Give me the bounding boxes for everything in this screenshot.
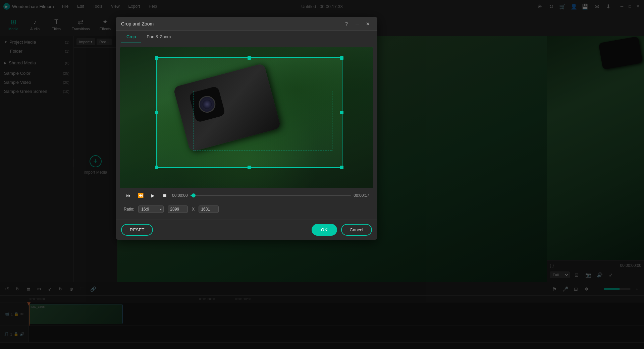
ratio-select[interactable]: 16:9 4:3 1:1 9:16 Custom — [138, 206, 164, 213]
reset-button[interactable]: RESET — [121, 224, 153, 236]
total-time: 00:00:17 — [354, 193, 369, 198]
width-input[interactable] — [168, 206, 188, 213]
modal-title: Crop and Zoom — [121, 21, 342, 26]
crop-handle-bottom-right[interactable] — [340, 166, 343, 169]
crop-dashed-inner — [194, 91, 332, 151]
tab-crop[interactable]: Crop — [121, 31, 141, 43]
height-input[interactable] — [199, 206, 219, 213]
modal-help-button[interactable]: ? — [342, 20, 351, 28]
modal-video-preview — [120, 47, 373, 188]
ok-button[interactable]: OK — [312, 224, 337, 236]
crop-handle-bottom-left[interactable] — [155, 166, 158, 169]
play-button[interactable]: ▶ — [148, 191, 157, 200]
ratio-label: Ratio: — [124, 207, 134, 212]
crop-handle-top-mid[interactable] — [248, 56, 251, 60]
crop-handle-mid-right[interactable] — [340, 111, 343, 114]
modal-actions-right: OK Cancel — [312, 224, 372, 236]
modal-actions: RESET OK Cancel — [116, 220, 377, 240]
cancel-button[interactable]: Cancel — [341, 224, 372, 236]
playback-bar: ⏮ ⏪ ▶ ⏹ 00:00:00 00:00:17 — [120, 188, 373, 203]
modal-body: ⏮ ⏪ ▶ ⏹ 00:00:00 00:00:17 Ratio: 16:9 4:… — [116, 43, 377, 220]
skip-back-button[interactable]: ⏮ — [124, 191, 133, 200]
crop-handle-mid-left[interactable] — [155, 111, 158, 114]
crop-overlay[interactable] — [156, 57, 342, 168]
modal-minimize-button[interactable]: ─ — [353, 20, 361, 28]
crop-zoom-modal: Crop and Zoom ? ─ ✕ Crop Pan & Zoom — [116, 17, 377, 240]
tab-pan-zoom[interactable]: Pan & Zoom — [141, 31, 176, 43]
progress-bar[interactable] — [191, 195, 351, 196]
modal-titlebar: Crop and Zoom ? ─ ✕ — [116, 17, 377, 31]
ratio-row: Ratio: 16:9 4:3 1:1 9:16 Custom ▾ X — [120, 203, 373, 216]
progress-handle[interactable] — [192, 193, 196, 197]
crop-handle-bottom-mid[interactable] — [248, 166, 251, 169]
modal-close-button[interactable]: ✕ — [364, 20, 372, 28]
step-back-button[interactable]: ⏪ — [136, 191, 145, 200]
dimensions-separator: X — [192, 207, 195, 212]
modal-window-controls: ? ─ ✕ — [342, 20, 372, 28]
current-time: 00:00:00 — [172, 193, 188, 198]
stop-button[interactable]: ⏹ — [160, 191, 169, 200]
modal-tabs: Crop Pan & Zoom — [116, 31, 377, 43]
ratio-select-wrap: 16:9 4:3 1:1 9:16 Custom ▾ — [138, 206, 164, 213]
modal-overlay: Crop and Zoom ? ─ ✕ Crop Pan & Zoom — [0, 0, 644, 349]
crop-handle-top-right[interactable] — [340, 56, 343, 60]
crop-handle-top-left[interactable] — [155, 56, 158, 60]
